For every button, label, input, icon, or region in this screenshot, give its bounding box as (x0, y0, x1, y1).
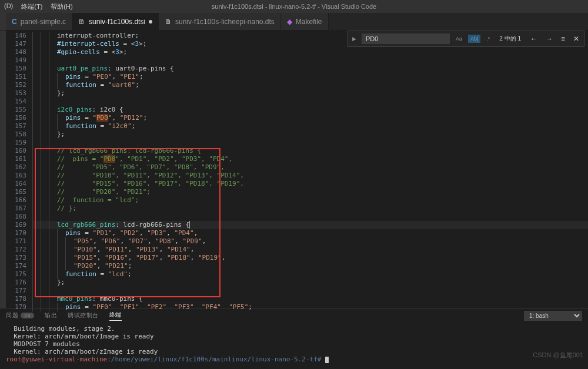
tab-label: suniv-f1c100s-licheepi-nano.dts (175, 18, 275, 26)
code-line[interactable]: "PD5", "PD6", "PD7", "PD8", "PD9", (32, 237, 588, 246)
tab-label: Makefile (296, 18, 322, 26)
find-toggle-replace-icon[interactable]: ▶ (350, 36, 358, 42)
code-line[interactable]: // "PD10", "PD11", "PD12", "PD13", "PD14… (32, 172, 588, 180)
terminal[interactable]: Building modules, stage 2. Kernel: arch/… (0, 323, 588, 369)
tab-suniv-f1c100s-dtsi[interactable]: 🗎suniv-f1c100s.dtsi (72, 13, 159, 30)
title-bar: (D) 终端(T) 帮助(H) suniv-f1c100s.dtsi - lin… (0, 0, 588, 13)
code-line[interactable]: mmc0_pins: mmc0-pins { (32, 295, 588, 303)
code-line[interactable]: "PD10", "PD11", "PD13", "PD14", (32, 246, 588, 254)
code-line[interactable] (32, 139, 588, 147)
code-line[interactable]: #gpio-cells = <3>; (32, 48, 588, 56)
activity-bar (0, 31, 6, 308)
line-gutter: 1461471481491501511521531541551561571581… (6, 31, 32, 308)
code-line[interactable]: }; (32, 279, 588, 287)
code-line[interactable]: pins = "PF0" "PF1" "PF2" "PF3" "PF4" "PF… (32, 303, 588, 311)
editor: 1461471481491501511521531541551561571581… (0, 31, 588, 308)
tab-suniv-f1c100s-licheepi-nano-dts[interactable]: 🗎suniv-f1c100s-licheepi-nano.dts (159, 13, 281, 30)
find-count: 2 中的 1 (499, 35, 521, 43)
menu-help[interactable]: 帮助(H) (46, 1, 76, 13)
bottom-panel: 问题24 输出 调试控制台 终端 1: bash Building module… (0, 308, 588, 369)
code-line[interactable]: lcd_rgb666_pins: lcd-rgb666-pins { (32, 221, 588, 229)
terminal-selector[interactable]: 1: bash (524, 311, 582, 321)
code-line[interactable]: i2c0_pins: i2c0 { (32, 106, 588, 114)
code-line[interactable]: uart0_pe_pins: uart0-pe-pins { (32, 65, 588, 73)
tab-label: panel-simple.c (21, 18, 66, 26)
panel-tab-output[interactable]: 输出 (45, 311, 57, 320)
find-next-icon[interactable]: → (543, 33, 555, 44)
code-line[interactable]: }; (32, 89, 588, 98)
menu-bar: (D) 终端(T) 帮助(H) (0, 1, 77, 13)
code-line[interactable]: // "PD5", "PD6", "PD7", "PD8", "PD9", (32, 163, 588, 172)
menu-d[interactable]: (D) (0, 1, 17, 13)
code-area[interactable]: interrupt-controller;#interrupt-cells = … (32, 31, 588, 308)
watermark: CSDN @鱼尾001 (533, 351, 583, 360)
find-regex[interactable]: .* (484, 35, 492, 43)
code-line[interactable]: function = "lcd"; (32, 270, 588, 279)
code-line[interactable]: "PD15", "PD16", "PD17", "PD18", "PD19", (32, 254, 588, 262)
panel-tab-problems[interactable]: 问题24 (6, 311, 34, 320)
menu-terminal[interactable]: 终端(T) (17, 1, 46, 13)
find-close-icon[interactable]: ✕ (571, 33, 582, 44)
code-line[interactable]: function = "i2c0"; (32, 122, 588, 130)
find-prev-icon[interactable]: ← (528, 33, 540, 44)
window-title: suniv-f1c100s.dtsi - linux-nano-5.2-tf -… (212, 3, 376, 10)
tab-panel-simple-c[interactable]: Cpanel-simple.c (6, 13, 72, 30)
code-line[interactable] (32, 98, 588, 106)
code-line[interactable] (32, 56, 588, 65)
panel-tab-debug[interactable]: 调试控制台 (68, 311, 99, 320)
code-line[interactable]: // function = "lcd"; (32, 196, 588, 204)
file-icon: 🗎 (78, 18, 85, 26)
find-selection-icon[interactable]: ≡ (559, 33, 567, 44)
code-line[interactable] (32, 287, 588, 295)
code-line[interactable]: // pins = "PD0", "PD1", "PD2", "PD3", "P… (32, 155, 588, 163)
tab-label: suniv-f1c100s.dtsi (89, 18, 145, 26)
code-line[interactable] (32, 213, 588, 221)
find-whole-word[interactable]: Ab| (468, 35, 480, 43)
file-icon: 🗎 (165, 18, 172, 26)
find-input[interactable] (362, 33, 450, 44)
code-line[interactable]: }; (32, 130, 588, 139)
panel-tab-terminal[interactable]: 终端 (109, 311, 122, 321)
code-line[interactable]: // lcd_rgb666_pins: lcd-rgb666-pins { (32, 147, 588, 155)
code-line[interactable]: // "PD15", "PD16", "PD17", "PD18", "PD19… (32, 180, 588, 188)
code-line[interactable]: pins = "PD1", "PD2", "PD3", "PD4", (32, 229, 588, 237)
find-widget: ▶ Aa Ab| .* 2 中的 1 ← → ≡ ✕ (348, 31, 584, 47)
code-line[interactable]: function = "uart0"; (32, 81, 588, 89)
editor-tabs: Cpanel-simple.c🗎suniv-f1c100s.dtsi🗎suniv… (0, 13, 588, 31)
problems-badge: 24 (21, 313, 34, 318)
tab-makefile[interactable]: ◆Makefile (281, 13, 329, 30)
find-match-case[interactable]: Aa (453, 35, 465, 43)
code-line[interactable]: pins = "PD0", "PD12"; (32, 114, 588, 122)
code-line[interactable]: "PD20", "PD21"; (32, 262, 588, 270)
code-line[interactable]: pins = "PE0", "PE1"; (32, 73, 588, 81)
code-line[interactable]: // "PD20", "PD21"; (32, 188, 588, 196)
code-line[interactable]: // }; (32, 204, 588, 213)
makefile-icon: ◆ (287, 18, 292, 26)
modified-dot-icon (149, 20, 152, 24)
c-file-icon: C (12, 18, 17, 26)
